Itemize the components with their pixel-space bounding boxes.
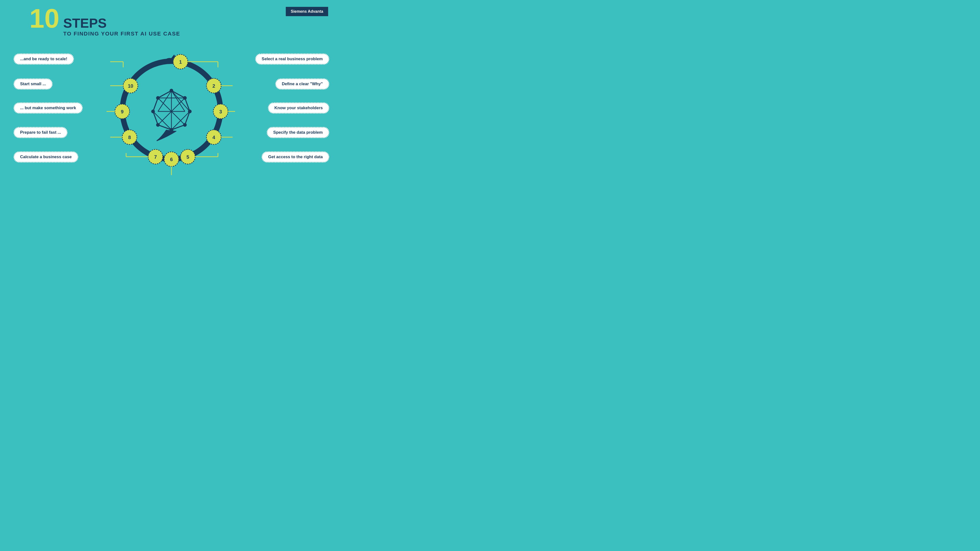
label-step-4: Specify the data problem: [267, 127, 329, 138]
label-step-2: Define a clear "Why": [275, 78, 329, 90]
svg-text:1: 1: [179, 59, 182, 65]
title-block: STEPS TO FINDING YOUR FIRST AI USE CASE: [63, 16, 180, 37]
diagram-svg: 1 2 3 4 5 6 7: [61, 35, 282, 185]
svg-text:2: 2: [212, 83, 215, 89]
title-steps: STEPS: [63, 16, 180, 30]
svg-point-13: [183, 97, 186, 99]
svg-point-17: [156, 123, 159, 126]
svg-text:10: 10: [128, 83, 133, 89]
label-step-8: ... but make something work: [13, 102, 83, 114]
svg-point-18: [151, 110, 154, 113]
infographic: 10 STEPS TO FINDING YOUR FIRST AI USE CA…: [0, 0, 343, 193]
label-step-7: Prepare to fail fast ...: [13, 127, 68, 138]
svg-text:3: 3: [219, 109, 222, 115]
svg-text:8: 8: [128, 135, 131, 140]
svg-point-15: [183, 123, 186, 126]
svg-text:9: 9: [121, 109, 123, 115]
big-number: 10: [29, 5, 59, 32]
svg-point-14: [188, 110, 191, 113]
label-step-6: Calculate a business case: [13, 151, 78, 162]
svg-text:7: 7: [154, 154, 157, 160]
svg-text:5: 5: [186, 154, 189, 160]
label-step-1: Select a real business problem: [255, 53, 329, 65]
siemens-badge: Siemens Advanta: [286, 7, 328, 16]
svg-text:6: 6: [170, 157, 173, 162]
svg-point-12: [170, 89, 173, 92]
label-step-10: ...and be ready to scale!: [13, 53, 74, 65]
header-block: 10 STEPS TO FINDING YOUR FIRST AI USE CA…: [29, 5, 180, 37]
svg-text:4: 4: [212, 135, 215, 140]
label-step-5: Get access to the right data: [261, 151, 329, 162]
label-step-3: Know your stakeholders: [268, 102, 329, 114]
svg-point-19: [156, 97, 159, 99]
label-step-9: Start small ...: [13, 78, 52, 90]
